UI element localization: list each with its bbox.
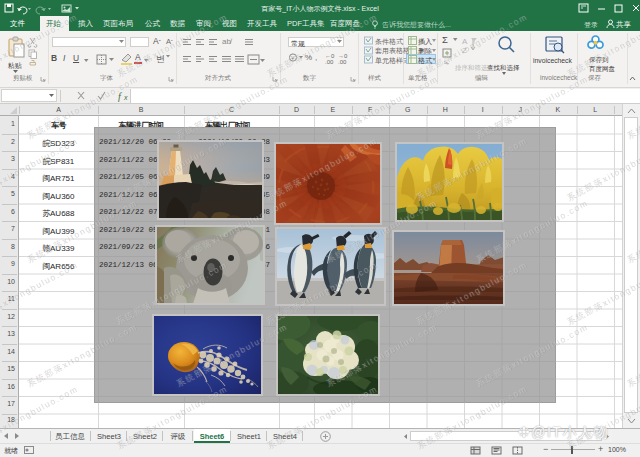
svg-text:x: x [123, 94, 128, 101]
